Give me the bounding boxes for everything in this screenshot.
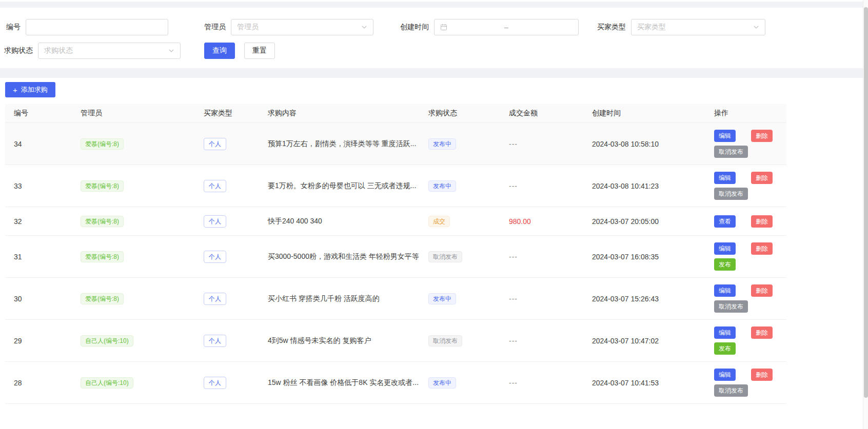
- cell-status: 发布中: [420, 180, 500, 192]
- chevron-down-icon: [168, 48, 174, 54]
- vertical-scrollbar: [863, 0, 868, 429]
- buyer-type-tag: 个人: [204, 138, 226, 150]
- status-filter-group: 求购状态 求购状态: [4, 43, 181, 59]
- action-line: 编辑删除: [714, 172, 786, 184]
- cell-content: 买小红书 穿搭类几千粉 活跃度高的: [259, 294, 420, 303]
- status-tag: 发布中: [428, 138, 456, 150]
- edit-button[interactable]: 编辑: [714, 326, 736, 339]
- action-line: 取消发布: [714, 384, 786, 397]
- cell-actions: 编辑删除发布: [705, 326, 786, 355]
- action-line: 取消发布: [714, 188, 786, 200]
- buyer-type-filter-label: 买家类型: [597, 23, 626, 32]
- id-filter-group: 编号: [6, 19, 168, 35]
- cell-buyer-type: 个人: [195, 377, 259, 389]
- status-tag: 成交: [428, 216, 450, 227]
- admin-select-placeholder: 管理员: [237, 23, 259, 32]
- action-line: 发布: [714, 342, 786, 355]
- buyer-type-tag: 个人: [204, 251, 226, 263]
- cancel-publish-button[interactable]: 取消发布: [714, 384, 748, 397]
- delete-button[interactable]: 删除: [751, 130, 773, 142]
- status-select-placeholder: 求购状态: [44, 46, 73, 55]
- buyer-type-filter-group: 买家类型 买家类型: [597, 19, 765, 35]
- action-line: 编辑删除: [714, 326, 786, 339]
- cell-amount: ---: [500, 253, 583, 261]
- action-line: 编辑删除: [714, 242, 786, 255]
- delete-button[interactable]: 删除: [751, 326, 773, 339]
- buyer-type-select[interactable]: 买家类型: [631, 19, 765, 35]
- table-row: 31爱慕(编号:8)个人买3000-5000粉，游戏和生活类 年轻粉男女平等取消…: [5, 236, 786, 278]
- cell-created: 2024-03-07 10:47:02: [583, 337, 705, 345]
- cell-content: 4到5w 情感号未实名的 复购客户: [259, 336, 420, 345]
- delete-button[interactable]: 删除: [751, 284, 773, 297]
- id-filter-label: 编号: [6, 23, 21, 32]
- edit-button[interactable]: 编辑: [714, 369, 736, 381]
- cell-admin: 自己人(编号:10): [72, 377, 195, 389]
- cell-admin: 爱慕(编号:8): [72, 251, 195, 262]
- search-button[interactable]: 查询: [204, 43, 235, 59]
- publish-button[interactable]: 发布: [714, 258, 736, 271]
- buyer-type-tag: 个人: [204, 215, 226, 228]
- buyer-type-tag: 个人: [204, 180, 226, 192]
- date-range-separator: –: [447, 23, 565, 31]
- cell-status: 发布中: [420, 138, 500, 150]
- cell-created: 2024-03-07 10:41:53: [583, 379, 705, 387]
- chevron-down-icon: [361, 24, 367, 30]
- reset-button[interactable]: 重置: [244, 43, 275, 59]
- status-select[interactable]: 求购状态: [38, 43, 181, 59]
- cancel-publish-button[interactable]: 取消发布: [714, 300, 748, 313]
- delete-button[interactable]: 删除: [751, 172, 773, 184]
- id-input[interactable]: [26, 19, 168, 35]
- amount-text: ---: [509, 140, 518, 148]
- admin-filter-label: 管理员: [204, 23, 226, 32]
- delete-button[interactable]: 删除: [751, 215, 773, 228]
- cell-status: 发布中: [420, 293, 500, 304]
- publish-button[interactable]: 发布: [714, 342, 736, 355]
- table-row: 34爱慕(编号:8)个人预算1万左右，剧情类，演绎类等等 重度活跃...发布中-…: [5, 122, 786, 165]
- cell-id: 32: [5, 217, 72, 226]
- cancel-publish-button[interactable]: 取消发布: [714, 146, 748, 158]
- scrollbar-thumb[interactable]: [864, 7, 868, 398]
- cell-admin: 自己人(编号:10): [72, 335, 195, 346]
- view-button[interactable]: 查看: [714, 215, 736, 228]
- filter-panel: 编号 管理员 管理员 创建时间: [0, 8, 868, 68]
- cell-actions: 编辑删除发布: [705, 242, 786, 271]
- admin-tag: 爱慕(编号:8): [81, 251, 124, 262]
- created-range-picker[interactable]: –: [434, 19, 579, 35]
- admin-filter-group: 管理员 管理员: [204, 19, 373, 35]
- status-tag: 发布中: [428, 377, 456, 389]
- add-purchase-label: 添加求购: [21, 85, 48, 94]
- cell-buyer-type: 个人: [195, 251, 259, 263]
- delete-button[interactable]: 删除: [751, 242, 773, 255]
- col-header-id: 编号: [5, 109, 72, 118]
- edit-button[interactable]: 编辑: [714, 130, 736, 142]
- amount-text: ---: [509, 379, 518, 387]
- amount-text: ---: [509, 337, 518, 345]
- delete-button[interactable]: 删除: [751, 369, 773, 381]
- main-content: + 添加求购 编号 管理员 买家类型 求购内容 求购状态 成交金额 创建时间 操…: [0, 78, 868, 404]
- col-header-created: 创建时间: [583, 109, 705, 118]
- filter-row-1: 编号 管理员 管理员 创建时间: [6, 19, 862, 35]
- cell-content: 快手240 400 340: [259, 217, 420, 226]
- admin-select[interactable]: 管理员: [231, 19, 373, 35]
- add-purchase-button[interactable]: + 添加求购: [5, 82, 55, 97]
- status-tag: 取消发布: [428, 251, 462, 262]
- cell-created: 2024-03-07 16:08:35: [583, 253, 705, 261]
- cell-id: 30: [5, 295, 72, 303]
- plus-icon: +: [13, 86, 17, 94]
- buyer-type-select-placeholder: 买家类型: [637, 23, 666, 32]
- cell-status: 取消发布: [420, 251, 500, 262]
- amount-text: ---: [509, 253, 518, 261]
- edit-button[interactable]: 编辑: [714, 242, 736, 255]
- filter-row-2: 求购状态 求购状态 查询 重置: [6, 43, 862, 59]
- cell-amount: ---: [500, 337, 583, 345]
- amount-text: ---: [509, 182, 518, 190]
- cell-amount: ---: [500, 140, 583, 148]
- admin-tag: 爱慕(编号:8): [81, 216, 124, 227]
- cell-admin: 爱慕(编号:8): [72, 216, 195, 227]
- cell-id: 34: [5, 140, 72, 148]
- cancel-publish-button[interactable]: 取消发布: [714, 188, 748, 200]
- buyer-type-tag: 个人: [204, 377, 226, 389]
- edit-button[interactable]: 编辑: [714, 284, 736, 297]
- edit-button[interactable]: 编辑: [714, 172, 736, 184]
- admin-tag: 爱慕(编号:8): [81, 138, 124, 150]
